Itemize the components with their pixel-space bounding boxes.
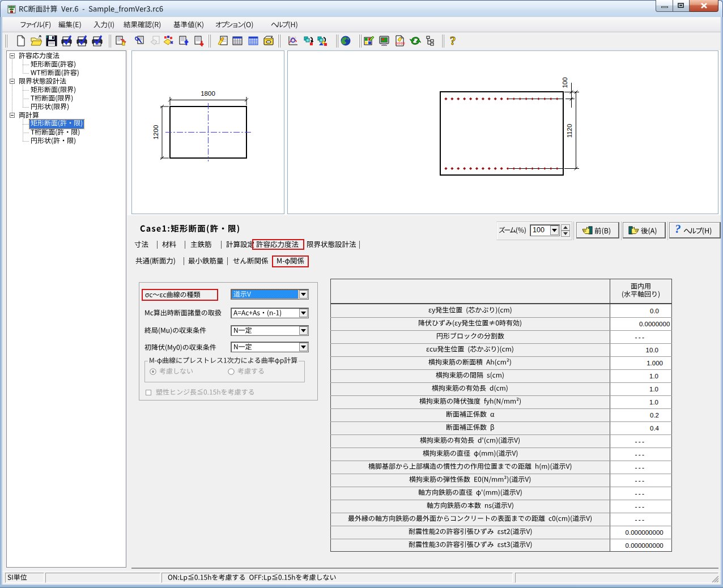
svg-text:1120: 1120 [566, 124, 573, 138]
svg-text:0000: 0000 [395, 41, 405, 46]
svg-text:1800: 1800 [201, 90, 215, 97]
svg-text:100: 100 [562, 77, 568, 88]
svg-text:1200: 1200 [152, 125, 159, 140]
svg-text:?: ? [450, 35, 456, 46]
